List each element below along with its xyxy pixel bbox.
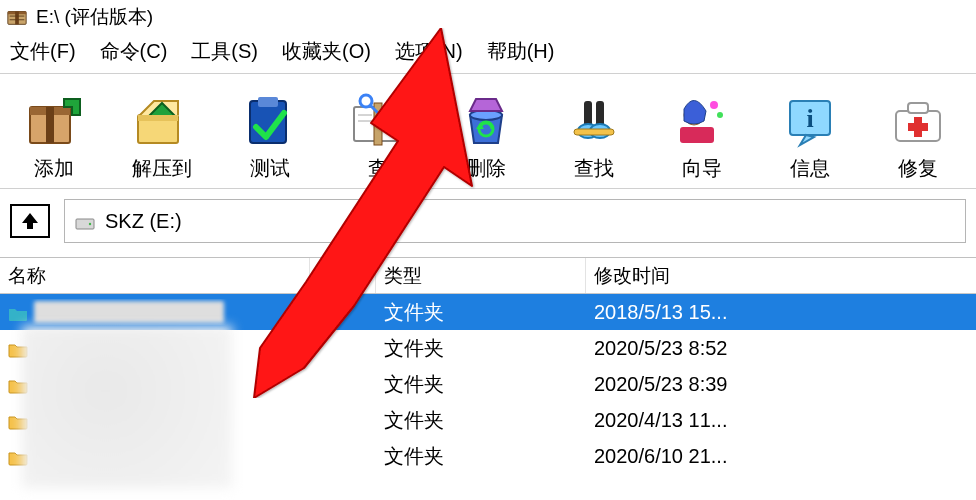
file-modified: 2020/5/23 8:39	[586, 371, 976, 398]
toolbar-find-label: 查找	[574, 155, 614, 182]
svg-rect-2	[15, 12, 19, 25]
up-one-level-button[interactable]	[10, 204, 50, 238]
toolbar-extract-button[interactable]: 解压到	[108, 78, 216, 182]
file-modified: 2020/6/10 21...	[586, 443, 976, 470]
menu-file[interactable]: 文件(F)	[10, 38, 76, 65]
svg-marker-39	[22, 213, 38, 229]
toolbar-test-label: 测试	[250, 155, 290, 182]
table-header: 名称 类型 修改时间	[0, 258, 976, 294]
file-table: 名称 类型 修改时间 文件夹 2018/5/13 15... 文件夹 2020/…	[0, 258, 976, 474]
svg-rect-40	[76, 219, 94, 229]
info-icon: i	[780, 93, 840, 149]
toolbar-view-button[interactable]: 查	[324, 78, 432, 182]
add-icon	[24, 93, 84, 149]
toolbar-extract-label: 解压到	[132, 155, 192, 182]
file-type: 文件夹	[376, 333, 586, 364]
toolbar-test-button[interactable]: 测试	[216, 78, 324, 182]
toolbar-find-button[interactable]: 查找	[540, 78, 648, 182]
file-modified: 2020/5/23 8:52	[586, 335, 976, 362]
find-icon	[564, 93, 624, 149]
file-type: 文件夹	[376, 369, 586, 400]
svg-rect-13	[354, 107, 376, 141]
toolbar-repair-label: 修复	[898, 155, 938, 182]
toolbar-delete-button[interactable]: 删除	[432, 78, 540, 182]
toolbar-wizard-label: 向导	[682, 155, 722, 182]
menu-command[interactable]: 命令(C)	[100, 38, 168, 65]
svg-rect-14	[380, 107, 402, 141]
file-type: 文件夹	[376, 441, 586, 472]
drive-icon	[75, 213, 95, 229]
wizard-icon	[672, 93, 732, 149]
file-type: 文件夹	[376, 405, 586, 436]
menu-help[interactable]: 帮助(H)	[487, 38, 555, 65]
menu-bar: 文件(F) 命令(C) 工具(S) 收藏夹(O) 选项(N) 帮助(H)	[0, 34, 976, 73]
file-modified: 2018/5/13 15...	[586, 299, 976, 326]
folder-icon	[8, 340, 28, 356]
menu-favorites[interactable]: 收藏夹(O)	[282, 38, 371, 65]
table-row[interactable]: 文件夹 2020/4/13 11...	[0, 402, 976, 438]
toolbar-view-label: 查	[368, 155, 388, 182]
table-row[interactable]: 文件夹 2020/5/23 8:39	[0, 366, 976, 402]
menu-options[interactable]: 选项(N)	[395, 38, 463, 65]
svg-point-30	[710, 101, 718, 109]
delete-icon	[456, 93, 516, 149]
folder-icon	[8, 304, 28, 320]
window-title: E:\ (评估版本)	[36, 4, 153, 30]
toolbar-add-label: 添加	[34, 155, 74, 182]
address-combobox[interactable]: SKZ (E:)	[64, 199, 966, 243]
address-text: SKZ (E:)	[105, 210, 182, 233]
up-arrow-icon	[18, 211, 42, 231]
file-type: 文件夹	[376, 297, 586, 328]
svg-text:i: i	[806, 104, 813, 133]
file-name-blurred	[34, 301, 224, 323]
toolbar-delete-label: 删除	[466, 155, 506, 182]
extract-icon	[132, 93, 192, 149]
svg-point-41	[89, 223, 91, 225]
toolbar-info-button[interactable]: i 信息	[756, 78, 864, 182]
svg-rect-36	[908, 103, 928, 113]
toolbar-info-label: 信息	[790, 155, 830, 182]
folder-icon	[8, 448, 28, 464]
toolbar-wizard-button[interactable]: 向导	[648, 78, 756, 182]
col-size[interactable]	[310, 258, 376, 293]
folder-icon	[8, 412, 28, 428]
col-name[interactable]: 名称	[0, 258, 310, 293]
table-row[interactable]: 文件夹 2018/5/13 15...	[0, 294, 976, 330]
folder-icon	[8, 376, 28, 392]
app-icon	[6, 6, 28, 28]
test-icon	[240, 93, 300, 149]
repair-icon	[888, 93, 948, 149]
table-row[interactable]: 文件夹 2020/6/10 21...	[0, 438, 976, 474]
title-bar: E:\ (评估版本)	[0, 0, 976, 34]
file-modified: 2020/4/13 11...	[586, 407, 976, 434]
toolbar: 添加 解压到 测试	[0, 73, 976, 189]
svg-point-31	[717, 112, 723, 118]
table-row[interactable]: 文件夹 2020/5/23 8:52	[0, 330, 976, 366]
menu-tools[interactable]: 工具(S)	[191, 38, 258, 65]
toolbar-add-button[interactable]: 添加	[0, 78, 108, 182]
svg-rect-10	[138, 115, 178, 121]
col-modified[interactable]: 修改时间	[586, 258, 976, 293]
svg-rect-38	[908, 123, 928, 131]
address-row: SKZ (E:)	[0, 189, 976, 258]
svg-rect-7	[46, 107, 54, 143]
view-icon	[348, 93, 408, 149]
svg-rect-28	[574, 129, 614, 135]
svg-rect-32	[680, 127, 714, 143]
col-type[interactable]: 类型	[376, 258, 586, 293]
toolbar-repair-button[interactable]: 修复	[864, 78, 972, 182]
svg-rect-12	[258, 97, 278, 107]
